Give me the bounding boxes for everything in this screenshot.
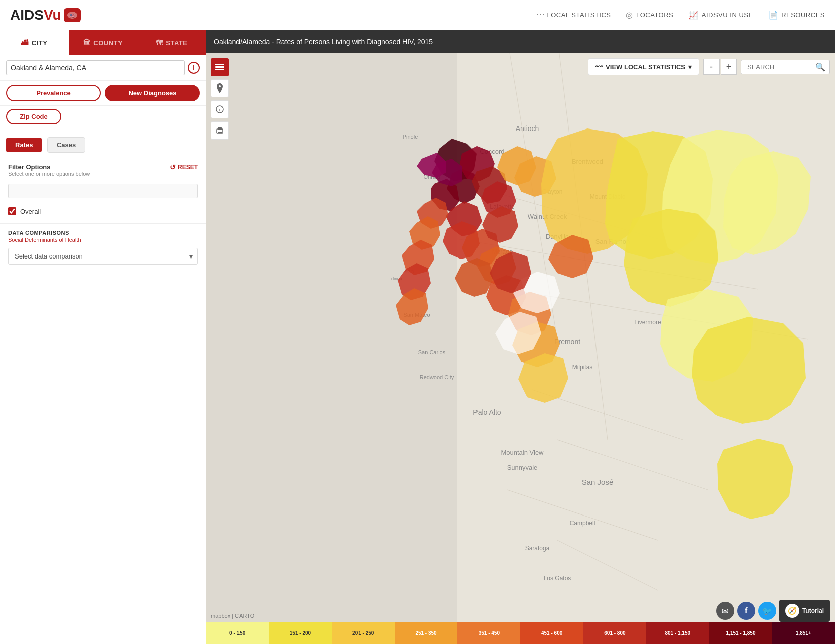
map-credit: mapbox | CARTO xyxy=(211,613,254,619)
filter-header: Filter Options Select one or more option… xyxy=(8,163,198,182)
svg-text:Mountain View: Mountain View xyxy=(501,449,544,456)
prevalence-button[interactable]: Prevalence xyxy=(6,85,101,101)
nav-resources[interactable]: 📄 RESOURCES xyxy=(768,10,825,20)
svg-text:🇺🇸: 🇺🇸 xyxy=(70,13,75,18)
svg-text:Milpitas: Milpitas xyxy=(572,364,593,371)
data-type-bar: Prevalence New Diagnoses xyxy=(0,81,206,106)
chart-icon: 〰 xyxy=(595,63,603,71)
legend-item-151-200: 151 - 200 xyxy=(269,622,331,644)
filter-subtitle: Select one or more options below xyxy=(8,171,90,177)
svg-text:Sunnyvale: Sunnyvale xyxy=(507,464,538,471)
pin-button[interactable] xyxy=(211,79,229,97)
legend: 0 - 150151 - 200201 - 250251 - 350351 - … xyxy=(206,622,835,644)
map-visual[interactable]: Antioch Concord Clayton Brentwood Lafaye… xyxy=(206,53,835,622)
legend-item-1151-1850: 1,151 - 1,850 xyxy=(709,622,772,644)
new-diagnoses-button[interactable]: New Diagnoses xyxy=(105,85,200,101)
legend-item-801-1150: 801 - 1,150 xyxy=(646,622,709,644)
bottom-right-controls: ✉ f 🐦 🧭 Tutorial xyxy=(716,600,830,622)
svg-text:San Carlos: San Carlos xyxy=(418,349,446,355)
svg-rect-89 xyxy=(218,132,222,133)
svg-text:Campbell: Campbell xyxy=(570,520,595,527)
logo-icon: 🇺🇸 xyxy=(64,8,81,22)
svg-text:San José: San José xyxy=(582,478,614,486)
nav-locators[interactable]: ◎ LOCATORS xyxy=(626,10,673,20)
resources-icon: 📄 xyxy=(768,10,779,20)
legend-item-0-150: 0 - 150 xyxy=(206,622,269,644)
data-comparisons-select[interactable]: Select data comparison xyxy=(8,248,198,265)
dropdown-arrow-icon: ▾ xyxy=(688,63,692,71)
zoom-out-button[interactable]: - xyxy=(703,59,720,75)
svg-rect-83 xyxy=(215,66,224,68)
locators-icon: ◎ xyxy=(626,10,633,20)
search-box: 🔍 xyxy=(741,60,830,74)
data-comparisons-select-wrapper: Select data comparison ▾ xyxy=(8,248,198,265)
zoom-controls: - + xyxy=(703,59,737,75)
map-area: Oakland/Alameda - Rates of Persons Livin… xyxy=(206,30,835,644)
rates-cases-bar: Rates Cases xyxy=(0,130,206,158)
svg-rect-82 xyxy=(215,64,224,65)
tutorial-button[interactable]: 🧭 Tutorial xyxy=(779,600,830,622)
legend-item-201-250: 201 - 250 xyxy=(332,622,395,644)
county-icon: 🏛 xyxy=(83,39,91,47)
tab-county[interactable]: 🏛 COUNTY xyxy=(69,30,138,55)
logo: AIDSVu 🇺🇸 xyxy=(10,7,81,23)
location-select[interactable]: Oakland & Alameda, CA xyxy=(6,60,185,75)
data-comparisons-title: DATA COMPARISONS xyxy=(8,230,198,236)
city-icon: 🏙 xyxy=(21,39,29,47)
tab-state[interactable]: 🗺 STATE xyxy=(137,30,206,55)
svg-text:i: i xyxy=(219,107,221,112)
zip-bar: Zip Code xyxy=(0,106,206,130)
data-comparisons-section: DATA COMPARISONS Social Determinants of … xyxy=(0,223,206,271)
local-stats-icon: 〰 xyxy=(536,11,544,20)
reset-icon: ↺ xyxy=(170,163,176,171)
location-info-button[interactable]: i xyxy=(188,62,200,74)
overall-label: Overall xyxy=(20,208,41,215)
legend-item-451-600: 451 - 600 xyxy=(520,622,583,644)
legend-item-601-800: 601 - 800 xyxy=(583,622,646,644)
twitter-button[interactable]: 🐦 xyxy=(758,602,776,620)
data-comparisons-subtitle: Social Determinants of Health xyxy=(8,237,198,243)
nav-aidsvu-in-use[interactable]: 📈 AIDSVU IN USE xyxy=(688,10,753,20)
svg-text:Saratoga: Saratoga xyxy=(525,545,550,552)
svg-rect-88 xyxy=(218,127,222,130)
overall-row: Overall xyxy=(8,204,198,218)
svg-text:Palo Alto: Palo Alto xyxy=(473,408,501,416)
logo-text: AIDSVu xyxy=(10,7,61,23)
info-button[interactable]: i xyxy=(211,100,229,118)
zoom-in-button[interactable]: + xyxy=(721,59,737,75)
search-icon[interactable]: 🔍 xyxy=(815,62,825,72)
print-button[interactable] xyxy=(211,121,229,140)
state-icon: 🗺 xyxy=(156,39,163,47)
legend-item-1851plus: 1,851+ xyxy=(772,622,835,644)
svg-rect-84 xyxy=(215,69,224,70)
reset-button[interactable]: ↺ RESET xyxy=(170,163,198,171)
facebook-button[interactable]: f xyxy=(737,602,755,620)
svg-text:Pinole: Pinole xyxy=(403,134,418,140)
filter-title: Filter Options xyxy=(8,163,90,171)
aidsvu-icon: 📈 xyxy=(688,10,699,20)
tab-city[interactable]: 🏙 CITY xyxy=(0,30,69,55)
legend-item-351-450: 351 - 450 xyxy=(457,622,520,644)
layers-button[interactable] xyxy=(211,58,229,76)
zip-code-button[interactable]: Zip Code xyxy=(6,109,61,124)
overall-checkbox[interactable] xyxy=(8,207,16,215)
sidebar: 🏙 CITY 🏛 COUNTY 🗺 STATE Oakland & Alamed… xyxy=(0,30,206,644)
view-local-statistics-button[interactable]: 〰 VIEW LOCAL STATISTICS ▾ xyxy=(588,58,699,75)
nav-local-statistics[interactable]: 〰 LOCAL STATISTICS xyxy=(536,11,611,20)
svg-text:Livermore: Livermore xyxy=(634,319,661,326)
location-bar: Oakland & Alameda, CA i xyxy=(0,55,206,81)
filter-search-input[interactable] xyxy=(8,184,198,198)
map-search-input[interactable] xyxy=(745,60,815,74)
svg-text:Redwood City: Redwood City xyxy=(420,374,454,380)
map-header: Oakland/Alameda - Rates of Persons Livin… xyxy=(206,30,835,53)
email-button[interactable]: ✉ xyxy=(716,602,734,620)
map-background: Antioch Concord Clayton Brentwood Lafaye… xyxy=(206,53,835,622)
rates-button[interactable]: Rates xyxy=(6,138,42,152)
filter-section: Filter Options Select one or more option… xyxy=(0,158,206,223)
svg-text:Los Gatos: Los Gatos xyxy=(544,575,571,582)
cases-button[interactable]: Cases xyxy=(47,137,85,153)
header: AIDSVu 🇺🇸 〰 LOCAL STATISTICS ◎ LOCATORS … xyxy=(0,0,835,30)
compass-icon: 🧭 xyxy=(785,604,799,618)
map-top-right: 〰 VIEW LOCAL STATISTICS ▾ - + 🔍 xyxy=(588,58,830,75)
svg-rect-8 xyxy=(206,53,457,622)
